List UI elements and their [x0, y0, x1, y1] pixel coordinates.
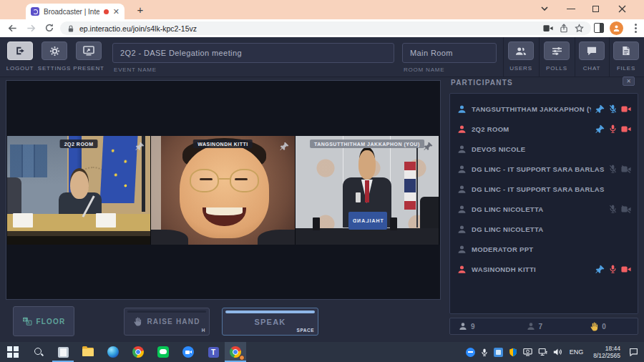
back-icon[interactable]	[7, 23, 18, 34]
tab-title: Broadcaster | Interactio	[44, 8, 99, 16]
participants-close-button[interactable]: ✕	[623, 77, 635, 86]
share-icon[interactable]	[560, 24, 568, 33]
address-bar[interactable]: ep.interactio.eu/join/s4lk-kpc2-15vz	[60, 21, 591, 35]
participant-row[interactable]: MODERATOR PPT	[450, 239, 638, 259]
mic-muted-icon[interactable]	[609, 164, 617, 174]
camera-on-icon[interactable]	[621, 125, 631, 133]
tray-zoom-icon[interactable]	[466, 348, 475, 357]
profile-avatar[interactable]	[610, 21, 623, 35]
camera-muted-icon[interactable]	[621, 165, 631, 173]
window-minimize-button[interactable]	[567, 4, 575, 13]
camera-in-use-icon[interactable]	[543, 24, 553, 32]
window-close-button[interactable]	[618, 5, 626, 13]
taskbar-teams[interactable]: T	[203, 342, 224, 362]
recording-indicator-icon	[104, 9, 109, 14]
side-panel-icon[interactable]	[594, 23, 604, 33]
chat-button[interactable]	[579, 41, 605, 60]
mic-muted-icon[interactable]	[609, 104, 617, 114]
pin-icon[interactable]	[135, 142, 145, 151]
video-tile-2q2-room[interactable]: 2Q2 ROOM	[7, 136, 151, 245]
mic-muted-icon[interactable]	[609, 204, 617, 214]
settings-button[interactable]	[42, 41, 67, 60]
browser-tab[interactable]: Broadcaster | Interactio ✕	[26, 4, 125, 19]
person-icon	[457, 145, 467, 154]
video-tile-wasinondh[interactable]: WASINONDH KITTI	[151, 136, 295, 245]
chrome-icon	[132, 346, 144, 358]
browser-toolbar: ep.interactio.eu/join/s4lk-kpc2-15vz	[0, 19, 644, 37]
camera-on-icon[interactable]	[621, 105, 631, 113]
tray-mic-icon[interactable]	[481, 348, 488, 357]
person-icon	[457, 225, 467, 234]
taskbar-zoom[interactable]	[177, 342, 199, 362]
window-maximize-button[interactable]	[592, 6, 599, 12]
edge-icon	[107, 346, 119, 358]
chrome-profile-badge	[239, 355, 245, 361]
language-indicator[interactable]: ENG	[570, 348, 584, 356]
participant-row[interactable]: DEVOS NICOLE	[450, 139, 638, 159]
refresh-icon[interactable]	[44, 23, 54, 33]
video-tile-tangsutthitham[interactable]: THAILAND TANGSUTTHITHAM JAKKAPHON (YOU)	[296, 136, 439, 245]
taskbar-edge[interactable]	[102, 342, 124, 362]
mic-on-icon[interactable]	[609, 264, 617, 274]
pin-icon[interactable]	[595, 265, 605, 274]
participant-name: TANGSUTTHITHAM JAKKAPHON (Y...	[472, 105, 591, 113]
floor-button[interactable]: 文A FLOOR	[13, 306, 74, 336]
camera-muted-icon[interactable]	[621, 205, 631, 213]
url-text: ep.interactio.eu/join/s4lk-kpc2-15vz	[79, 24, 537, 33]
taskbar-clock[interactable]: 18:44 8/12/2565	[593, 345, 620, 359]
polls-button[interactable]	[544, 41, 570, 60]
person-icon	[457, 165, 467, 174]
speak-button[interactable]: SPEAK SPACE	[222, 308, 318, 336]
tray-security-shield-icon[interactable]	[509, 348, 517, 357]
participant-row[interactable]: DG LINC - IT SUPPORT SARA BARLAS	[450, 179, 638, 199]
event-name-label: EVENT NAME	[114, 67, 157, 73]
taskbar-search-button[interactable]	[28, 342, 49, 362]
action-center-icon[interactable]	[629, 348, 638, 356]
pin-icon[interactable]	[280, 142, 289, 151]
pin-icon[interactable]	[424, 142, 433, 151]
forward-icon[interactable]	[26, 23, 36, 34]
participant-row[interactable]: DG LINC NICOLETTA	[450, 219, 638, 239]
clock-date: 8/12/2565	[593, 352, 620, 359]
zoom-app-icon	[182, 346, 194, 358]
tray-display-icon[interactable]	[523, 348, 532, 356]
participant-row[interactable]: WASINONDH KITTI	[450, 259, 638, 279]
room-name-input[interactable]	[402, 43, 497, 63]
windows-logo-icon	[7, 346, 19, 358]
system-tray: ENG 18:44 8/12/2565	[463, 342, 644, 362]
participant-row[interactable]: DG LINC NICOLETTA	[450, 199, 638, 219]
speaker-eye	[235, 178, 248, 180]
present-button[interactable]	[76, 41, 102, 60]
tray-network-icon[interactable]	[538, 348, 547, 356]
taskbar-chrome[interactable]	[127, 342, 149, 362]
taskbar-line[interactable]	[152, 342, 174, 362]
participant-name: WASINONDH KITTI	[472, 265, 591, 273]
new-tab-button[interactable]: +	[133, 3, 147, 17]
participant-name: 2Q2 ROOM	[472, 125, 591, 133]
event-name-input[interactable]	[112, 43, 394, 63]
files-button[interactable]	[613, 41, 639, 60]
logout-button[interactable]	[7, 41, 33, 60]
start-button[interactable]	[2, 342, 24, 362]
tray-volume-icon[interactable]	[553, 348, 562, 356]
mic-on-icon[interactable]	[609, 124, 617, 134]
participant-row[interactable]: DG LINC - IT SUPPORT SARA BARLAS	[450, 159, 638, 179]
camera-on-icon[interactable]	[621, 265, 631, 273]
active-count: 9	[471, 323, 475, 331]
bookmark-star-icon[interactable]	[575, 24, 584, 33]
participant-row[interactable]: 2Q2 ROOM	[450, 119, 638, 139]
taskbar-journal-app[interactable]	[52, 342, 74, 362]
pin-icon[interactable]	[595, 124, 605, 134]
participant-row[interactable]: TANGSUTTHITHAM JAKKAPHON (Y...	[450, 99, 638, 119]
participant-name: DG LINC NICOLETTA	[472, 205, 605, 213]
users-button[interactable]	[508, 41, 534, 60]
https-lock-icon	[67, 24, 74, 33]
browser-menu-icon[interactable]	[631, 22, 640, 34]
pin-icon[interactable]	[595, 104, 605, 114]
tab-search-chevron-icon[interactable]	[541, 6, 548, 11]
tray-app-icon[interactable]	[494, 348, 503, 357]
taskbar-file-explorer[interactable]	[77, 342, 99, 362]
raise-hand-button[interactable]: RAISE HAND H	[124, 308, 210, 336]
taskbar-chrome-active[interactable]	[225, 342, 246, 362]
tab-close-icon[interactable]: ✕	[113, 8, 119, 16]
